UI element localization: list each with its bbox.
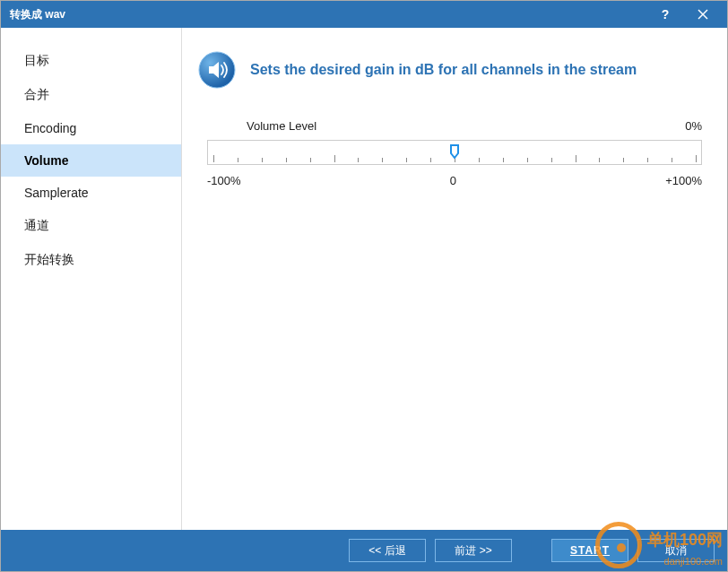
- help-button[interactable]: ?: [646, 1, 684, 28]
- forward-button[interactable]: 前进 >>: [435, 539, 512, 562]
- start-button[interactable]: START: [551, 539, 628, 562]
- sidebar: 目标合并EncodingVolumeSamplerate通道开始转换: [1, 28, 182, 530]
- field-label: Volume Level: [247, 119, 316, 133]
- titlebar: 转换成 wav ?: [1, 1, 727, 28]
- slider-max-label: +100%: [665, 174, 702, 187]
- sidebar-item-1[interactable]: 合并: [1, 78, 181, 112]
- sidebar-item-6[interactable]: 开始转换: [1, 243, 181, 277]
- field-row: Volume Level 0%: [198, 119, 702, 140]
- back-button[interactable]: << 后退: [349, 539, 426, 562]
- sidebar-item-0[interactable]: 目标: [1, 44, 181, 78]
- volume-slider[interactable]: [207, 140, 702, 165]
- cancel-button[interactable]: 取消: [637, 539, 715, 562]
- page-heading: Sets the desired gain in dB for all chan…: [250, 62, 637, 78]
- sidebar-item-4[interactable]: Samplerate: [1, 177, 181, 209]
- slider-center-label: 0: [450, 174, 456, 187]
- slider-range-labels: -100% 0 +100%: [207, 169, 702, 187]
- close-button[interactable]: [684, 1, 722, 28]
- window-title: 转换成 wav: [10, 7, 646, 22]
- sidebar-item-2[interactable]: Encoding: [1, 112, 181, 144]
- close-icon: [698, 9, 708, 20]
- content-panel: Sets the desired gain in dB for all chan…: [182, 28, 727, 530]
- slider-container: -100% 0 +100%: [198, 140, 702, 187]
- slider-thumb[interactable]: [450, 144, 459, 159]
- footer: << 后退 前进 >> START 取消 单机100网 danji100.com: [1, 530, 727, 571]
- slider-min-label: -100%: [207, 174, 241, 187]
- content-header: Sets the desired gain in dB for all chan…: [198, 51, 702, 89]
- main-area: 目标合并EncodingVolumeSamplerate通道开始转换: [1, 28, 727, 530]
- sidebar-item-3[interactable]: Volume: [1, 144, 181, 177]
- field-value: 0%: [685, 119, 702, 133]
- volume-icon: [198, 51, 236, 89]
- sidebar-item-5[interactable]: 通道: [1, 209, 181, 243]
